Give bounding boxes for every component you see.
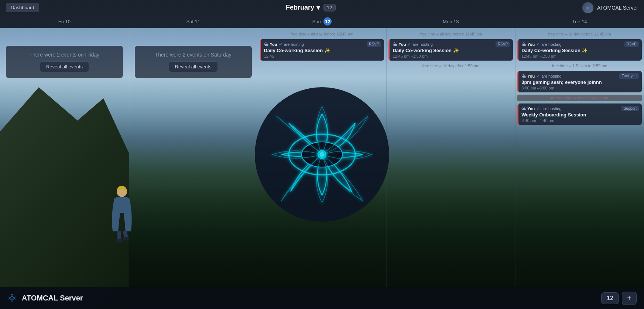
month-label: February [286,4,314,11]
cloud-icon: 🌥 [264,42,268,47]
mon-free-time-2: free time – all day after 1:50 pm [388,63,513,69]
bottom-day-badge[interactable]: 12 [601,292,619,304]
sun-event-1-host-row: 🌥 You ✔ are hosting RSVP [264,41,381,47]
checkmark-icon-mon: ✔ [407,42,411,47]
mon-event-1[interactable]: 🌥 You ✔ are hosting RSVP Daily Co-workin… [388,39,513,61]
tue-event-1-rsvp[interactable]: RSVP [624,41,639,47]
tue-no-free: no free time – conflicting events [517,95,642,101]
sat-hidden-label: There were 2 events on Saturday [155,52,232,58]
day-column-mon: free time – all day before 12:45 pm 🌥 Yo… [386,28,515,287]
checkmark-icon-tue3: ✔ [536,106,540,111]
mon-event-1-rsvp[interactable]: RSVP [496,41,510,47]
chevron-down-icon: ▾ [316,4,320,12]
tue-event-3-action[interactable]: Support [621,106,639,111]
sun-event-1-title: Daily Co-working Session ✨ [264,48,381,53]
tue-event-3-title: Weekly Onboarding Session [521,112,639,118]
day-header-sat: Sat 11 [129,19,258,24]
tue-free-time-4: free time – all day after 4:40 pm [517,127,642,133]
sun-event-1-you: You [270,42,277,47]
mon-event-1-hosting: are hosting [412,42,432,47]
bottom-left: ⚛ ATOMCAL Server [7,292,83,304]
fri-hidden-label: There were 2 events on Friday [29,52,99,58]
bottom-server-name: ATOMCAL Server [22,294,83,302]
dashboard-button[interactable]: Dashboard [6,3,39,12]
cloud-icon-tue1: 🌥 [521,42,526,47]
tue-event-1[interactable]: 🌥 You ✔ are hosting RSVP Daily Co-workin… [517,39,642,61]
tue-event-1-time: 12:45 pm –1:50 pm [521,54,639,58]
bottom-right: 12 + [601,292,637,305]
sun-event-1-rsvp[interactable]: RSVP [367,41,381,47]
tue-event-2-time: 3:00 pm –5:00 pm [521,86,639,90]
tue-event-3-you: You [527,106,535,111]
sun-event-1-time: 12:45 [264,54,381,58]
sat-reveal-button[interactable]: Reveal all events [169,61,218,72]
mon-event-1-time: 12:45 pm –1:50 pm [393,54,510,58]
tue-event-2-action[interactable]: Fuck yea [619,73,639,79]
tue-event-2-host-row: 🌥 You ✔ are hosting Fuck yea [521,73,639,79]
month-selector[interactable]: February ▾ [286,4,320,12]
server-avatar: ⚛ [582,2,593,13]
mon-event-1-title: Daily Co-working Session ✨ [393,48,510,53]
tue-event-1-you: You [527,42,535,47]
month-badge[interactable]: 12 [323,4,335,11]
day-column-fri: There were 2 events on Friday Reveal all… [0,28,129,287]
cloud-icon-mon: 🌥 [393,42,397,47]
tue-event-3-time: 3:40 pm –4:40 pm [521,118,639,123]
checkmark-icon-tue1: ✔ [536,42,540,47]
sat-hidden-events: There were 2 events on Saturday Reveal a… [135,46,252,78]
server-name-header: ATOMCAL Server [597,5,638,11]
cloud-icon-tue3: 🌥 [521,106,526,111]
bottom-bar: ⚛ ATOMCAL Server 12 + [0,287,644,309]
sun-free-time-1: free time – all day before 12:45 pm [260,31,384,37]
sun-event-1-hosting: are hosting [284,42,304,47]
bottom-add-button[interactable]: + [622,292,637,305]
fri-reveal-button[interactable]: Reveal all events [40,61,89,72]
header-center: February ▾ 12 [286,4,336,12]
day-column-tue: free time – all day before 12:45 pm 🌥 Yo… [515,28,644,287]
mon-event-1-host-row: 🌥 You ✔ are hosting RSVP [393,41,510,47]
day-header-sun: Sun 12 [258,17,387,26]
tue-event-2-hosting: are hosting [541,74,561,78]
tue-free-time-1: free time – all day before 12:45 pm [517,31,642,37]
day-headers: Fri 10 Sat 11 Sun 12 Mon 13 Tue 14 [0,15,644,28]
tue-event-2-you: You [527,74,535,78]
tue-event-3-hosting: are hosting [541,106,561,111]
tue-event-1-hosting: are hosting [541,42,561,47]
tue-event-1-host-row: 🌥 You ✔ are hosting RSVP [521,41,639,47]
sun-event-1[interactable]: 🌥 You ✔ are hosting RSVP Daily Co-workin… [260,39,384,61]
cloud-icon-tue2: 🌥 [521,74,526,79]
tue-event-2-title: 3pm gaming sesh; everyone joinnn [521,79,639,85]
top-header: Dashboard February ▾ 12 ⚛ ATOMCAL Server [0,0,644,15]
header-right: ⚛ ATOMCAL Server [582,2,638,13]
checkmark-icon-tue2: ✔ [536,74,540,79]
mon-free-time-1: free time – all day before 12:45 pm [388,31,513,37]
checkmark-icon: ✔ [279,42,282,47]
tue-event-3[interactable]: 🌥 You ✔ are hosting Support Weekly Onboa… [517,103,642,125]
day-header-tue: Tue 14 [515,19,644,24]
tue-event-2[interactable]: 🌥 You ✔ are hosting Fuck yea 3pm gaming … [517,71,642,92]
tue-event-1-title: Daily Co-working Session ✨ [521,48,639,53]
day-header-fri: Fri 10 [0,19,129,24]
tue-free-time-2: free time – 1:51 pm to 2:59 pm [517,63,642,69]
atomcal-icon: ⚛ [7,292,17,304]
day-column-sat: There were 2 events on Saturday Reveal a… [129,28,258,287]
day-header-mon: Mon 13 [386,19,515,24]
tue-event-3-host-row: 🌥 You ✔ are hosting Support [521,106,639,111]
atomcal-logo [254,86,390,223]
mon-event-1-you: You [398,42,406,47]
fri-hidden-events: There were 2 events on Friday Reveal all… [6,46,123,78]
